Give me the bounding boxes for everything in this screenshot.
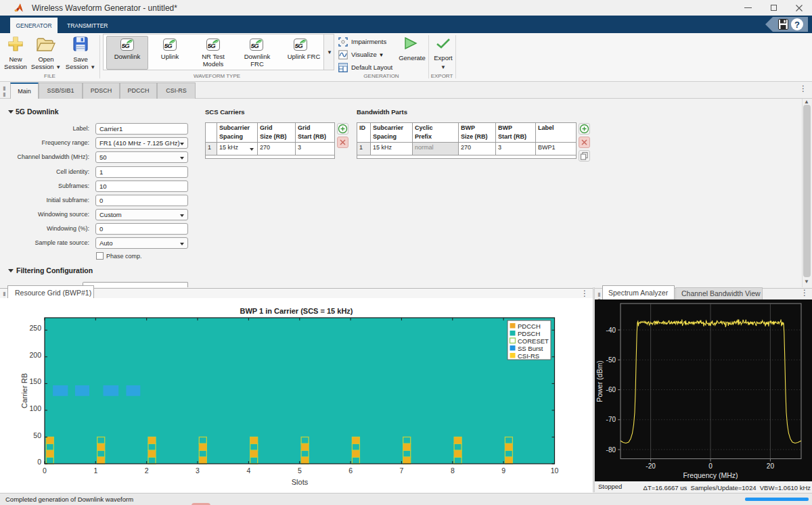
svg-text:CSI-RS: CSI-RS	[518, 352, 539, 360]
svg-text:-80: -80	[606, 446, 616, 454]
svg-text:-70: -70	[606, 416, 616, 423]
svg-text:200: 200	[29, 351, 41, 359]
svg-text:?: ?	[794, 20, 800, 30]
svg-text:-20: -20	[646, 462, 656, 470]
svg-text:Carrier RB: Carrier RB	[20, 373, 28, 408]
svg-text:Slots: Slots	[292, 478, 309, 486]
svg-text:-40: -40	[606, 327, 616, 334]
svg-text:-60: -60	[606, 386, 616, 393]
svg-text:1: 1	[93, 466, 97, 475]
svg-text:CORESET: CORESET	[518, 337, 549, 345]
svg-text:3: 3	[196, 466, 200, 475]
svg-text:150: 150	[29, 377, 41, 385]
svg-text:5: 5	[298, 466, 302, 475]
svg-text:PDSCH: PDSCH	[518, 330, 540, 337]
svg-text:10: 10	[551, 466, 559, 475]
svg-text:100: 100	[29, 404, 41, 412]
svg-text:9: 9	[501, 466, 505, 475]
svg-text:6: 6	[348, 466, 353, 475]
svg-text:0: 0	[43, 466, 47, 475]
svg-text:7: 7	[399, 466, 403, 475]
svg-text:250: 250	[29, 324, 41, 332]
svg-text:Frequency (MHz): Frequency (MHz)	[683, 471, 738, 479]
svg-text:2: 2	[145, 466, 149, 475]
svg-text:8: 8	[451, 466, 455, 475]
svg-text:50: 50	[33, 431, 41, 439]
svg-text:0: 0	[37, 458, 41, 466]
svg-text:0: 0	[708, 462, 713, 470]
svg-text:SS Burst: SS Burst	[518, 345, 543, 352]
svg-text:Power (dBm): Power (dBm)	[595, 360, 604, 402]
svg-text:-50: -50	[606, 356, 616, 364]
svg-text:4: 4	[246, 466, 250, 475]
svg-text:PDCCH: PDCCH	[518, 322, 541, 330]
svg-text:20: 20	[767, 462, 775, 470]
